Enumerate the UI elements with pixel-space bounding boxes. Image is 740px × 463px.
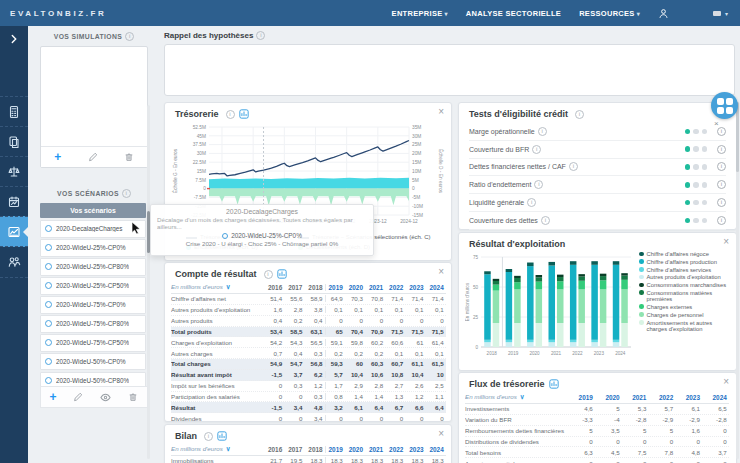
add-scenario-button[interactable]: + xyxy=(49,392,56,402)
info-icon[interactable]: i xyxy=(122,189,131,198)
test-detail-icon[interactable]: i xyxy=(717,127,726,136)
info-icon[interactable]: i xyxy=(538,127,547,136)
unit-selector[interactable]: En millions d'euros∨ xyxy=(171,445,264,453)
legend-label: Charges de personnel xyxy=(647,312,704,318)
status-dot xyxy=(693,164,699,170)
chart-explore-icon[interactable] xyxy=(277,269,287,279)
nav-entreprise[interactable]: ENTREPRISE▾ xyxy=(392,9,448,18)
cell-value: 0 xyxy=(702,438,729,445)
svg-text:Échelle D - En euros: Échelle D - En euros xyxy=(438,149,444,194)
info-icon[interactable]: i xyxy=(204,432,213,441)
chart-explore-icon[interactable] xyxy=(217,431,227,441)
scenario-item[interactable]: 2020-WideU-75%-CP50% xyxy=(40,334,146,352)
nav-analyse-sectorielle[interactable]: ANALYSE SECTORIELLE xyxy=(466,9,561,18)
test-detail-icon[interactable]: i xyxy=(717,216,726,225)
scenario-ring-icon xyxy=(45,339,52,346)
cell-value: 6,7 xyxy=(385,404,405,411)
sidebar-item-documents[interactable] xyxy=(0,126,28,157)
add-simulation-button[interactable]: + xyxy=(54,152,61,162)
scenario-item[interactable]: 2020-WideU-25%-CP50% xyxy=(40,277,146,295)
analytics-chart-icon xyxy=(7,225,21,239)
chart-explore-icon[interactable] xyxy=(239,109,249,119)
cell-value: 0 xyxy=(345,317,365,324)
test-detail-icon[interactable]: i xyxy=(717,180,726,189)
close-icon[interactable]: × xyxy=(438,429,444,439)
close-icon[interactable]: × xyxy=(438,107,444,117)
cell-value: 10,4 xyxy=(405,371,425,378)
sidebar-item-company[interactable] xyxy=(0,96,28,127)
scenario-item[interactable]: 2020-WideU-25%-CP80% xyxy=(40,258,146,276)
sidebar-collapse-button[interactable] xyxy=(0,30,28,48)
scenario-item[interactable]: 2020-WideU-50%-CP0% xyxy=(40,353,146,371)
sidebar-item-simulations[interactable] xyxy=(0,216,28,247)
delete-simulation-button[interactable] xyxy=(124,148,134,166)
test-detail-icon[interactable]: i xyxy=(717,162,726,171)
info-icon[interactable]: i xyxy=(226,110,235,119)
cell-value: 0,1 xyxy=(426,350,446,357)
cell-value: 10,6 xyxy=(365,371,385,378)
compte-resultat-title: Compte de résultati xyxy=(175,269,287,279)
info-icon[interactable]: i xyxy=(541,216,550,225)
info-icon[interactable]: i xyxy=(125,32,134,41)
row-label: Charges d'exploitation xyxy=(171,339,264,346)
cell-value: 71,5 xyxy=(385,328,405,335)
cell-value: 60,3 xyxy=(365,360,385,367)
cell-value: 1,2 xyxy=(405,393,425,400)
info-icon[interactable]: i xyxy=(256,31,265,40)
cell-value: 0 xyxy=(426,415,446,422)
test-detail-icon[interactable]: i xyxy=(717,198,726,207)
info-icon[interactable]: i xyxy=(575,110,584,119)
test-label: Ratio d'endettement xyxy=(469,181,531,188)
scenario-item[interactable]: 2020-WideU-75%-CP0% xyxy=(40,296,146,314)
cell-value: 0 xyxy=(264,415,284,422)
cell-value: 7,8 xyxy=(648,449,675,456)
info-icon[interactable]: i xyxy=(532,145,541,154)
sidebar-item-community[interactable] xyxy=(0,246,28,278)
info-icon[interactable]: i xyxy=(264,270,273,279)
scenario-item[interactable]: 2020-WideU-75%-CP80% xyxy=(40,315,146,333)
info-icon[interactable]: i xyxy=(534,180,543,189)
chat-widget-close-icon[interactable]: × xyxy=(714,119,719,128)
year-column-header: 2022 xyxy=(385,284,405,291)
delete-scenario-button[interactable] xyxy=(128,388,138,406)
sidebar-item-valuation[interactable] xyxy=(0,156,28,187)
cell-value: 1,7 xyxy=(325,382,345,389)
table-row: Immobilisations21,719,518,318,318,318,31… xyxy=(171,456,446,463)
chart-explore-icon[interactable] xyxy=(549,379,559,389)
unit-selector[interactable]: En millions d'euros∨ xyxy=(171,283,264,291)
cell-value: 0,4 xyxy=(264,317,284,324)
cell-value: 70,8 xyxy=(365,295,385,302)
year-column-header: 2017 xyxy=(284,446,304,453)
edit-simulation-button[interactable] xyxy=(88,148,98,166)
test-detail-icon[interactable]: i xyxy=(717,145,726,154)
cell-value: 18,3 xyxy=(304,457,324,463)
cell-value: 6,6 xyxy=(405,404,425,411)
credit-test-row: Couverture des dettesii xyxy=(469,212,726,230)
svg-text:30M: 30M xyxy=(412,134,421,139)
chat-widget-button[interactable] xyxy=(711,92,738,119)
view-scenario-button[interactable] xyxy=(100,388,111,406)
status-dot xyxy=(693,129,699,135)
user-account-icon[interactable] xyxy=(658,8,669,19)
info-icon[interactable]: i xyxy=(569,162,578,171)
edit-scenario-button[interactable] xyxy=(73,388,83,406)
scenario-item[interactable]: 2020-WideU-25%-CP0% xyxy=(40,239,146,257)
scenario-label: 2020-WideU-50%-CP0% xyxy=(56,358,126,365)
info-icon[interactable]: i xyxy=(527,198,536,207)
cell-value: -2,9 xyxy=(675,416,702,423)
language-selector[interactable]: ▾ xyxy=(713,10,728,17)
svg-text:37.5M: 37.5M xyxy=(193,142,206,147)
close-icon[interactable]: × xyxy=(723,377,729,387)
unit-selector[interactable]: En millions d'euros∨ xyxy=(465,393,568,401)
close-icon[interactable]: × xyxy=(438,267,444,277)
cell-value: 2,7 xyxy=(385,382,405,389)
nav-ressources[interactable]: RESSOURCES▾ xyxy=(579,9,640,18)
hypotheses-textarea[interactable] xyxy=(164,44,735,96)
flux-table: En millions d'euros∨20192020202120222023… xyxy=(465,391,729,463)
sidebar-item-calendar[interactable] xyxy=(0,186,28,217)
brand-logo[interactable]: EVALTONBIZ.FR xyxy=(10,9,106,18)
svg-text:20M: 20M xyxy=(412,151,421,156)
close-icon[interactable]: × xyxy=(723,237,729,247)
resultat-exploitation-chart: 0255075En millions d'euros20182019202020… xyxy=(465,251,637,367)
scrollbar-thumb[interactable] xyxy=(736,102,739,172)
